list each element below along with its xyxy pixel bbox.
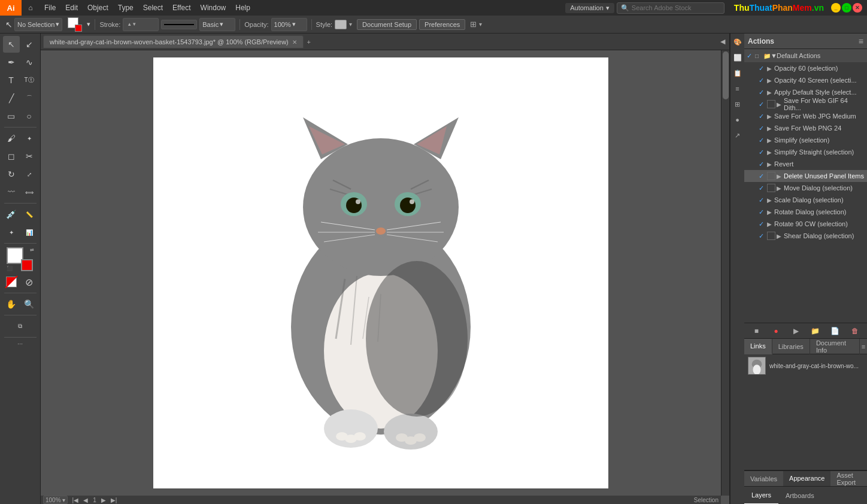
document-setup-button[interactable]: Document Setup <box>357 19 417 30</box>
action-item-1[interactable]: ✓ ▶ Opacity 40 Screen (selecti... <box>744 74 867 86</box>
menu-edit[interactable]: Edit <box>60 0 83 16</box>
menu-type[interactable]: Type <box>113 0 138 16</box>
panel-collapse-button[interactable]: ◀ <box>719 34 727 50</box>
automation-button[interactable]: Automation ▾ <box>565 3 614 13</box>
panel-icon-layers[interactable]: 📋 <box>732 67 744 79</box>
swap-colors[interactable]: ⇄ <box>30 247 34 253</box>
panel-icon-properties[interactable]: ⊞ <box>732 98 744 110</box>
stop-button[interactable]: ■ <box>750 325 762 337</box>
close-button[interactable]: ✕ <box>853 3 862 13</box>
action-item-7[interactable]: ✓ ▶ Simplify Straight (selection) <box>744 146 867 158</box>
rect-tool[interactable]: ▭ <box>3 108 20 125</box>
rotate-tool[interactable]: ↻ <box>3 166 20 183</box>
blend-tool[interactable]: ✦ <box>3 224 20 241</box>
action-item-6[interactable]: ✓ ▶ Simplify (selection) <box>744 134 867 146</box>
action-item-9[interactable]: ✓ ▶ Delete Unused Panel Items <box>744 170 867 182</box>
more-tools[interactable]: ··· <box>0 340 40 347</box>
actions-panel-menu[interactable]: ≡ <box>859 37 863 46</box>
arc-tool[interactable]: ⌒ <box>21 90 38 107</box>
search-stock-input[interactable] <box>632 4 720 11</box>
style-arrow[interactable]: ▾ <box>349 21 352 28</box>
action-item-0[interactable]: ✓ ▶ Opacity 60 (selection) <box>744 62 867 74</box>
appearance-tab[interactable]: Appearance <box>783 471 830 487</box>
action-item-5[interactable]: ✓ ▶ Save For Web PNG 24 <box>744 122 867 134</box>
preferences-button[interactable]: Preferences <box>419 19 465 30</box>
touch-type-tool[interactable]: Tⓣ <box>21 72 38 89</box>
minimize-button[interactable]: _ <box>831 3 841 13</box>
nav-next[interactable]: ▶ <box>101 497 106 503</box>
selection-dropdown[interactable]: No Selection ▾ <box>14 18 62 31</box>
artboard-tool[interactable]: ⧉ <box>12 318 29 335</box>
view-icon-1[interactable]: ⊞ <box>470 20 477 29</box>
document-tab[interactable]: white-and-gray-cat-in-brown-woven-basket… <box>43 35 304 48</box>
direct-select-tool[interactable]: ↙ <box>21 36 38 53</box>
panel-icon-align[interactable]: ≡ <box>732 83 744 95</box>
type-tool[interactable]: T <box>3 72 20 89</box>
menu-window[interactable]: Window <box>196 0 231 16</box>
action-item-12[interactable]: ✓ ▶ Rotate Dialog (selection) <box>744 206 867 218</box>
menu-effect[interactable]: Effect <box>168 0 195 16</box>
action-item-14[interactable]: ✓ ▶ Shear Dialog (selection) <box>744 230 867 242</box>
links-panel-menu[interactable]: ≡ <box>860 343 867 350</box>
menu-help[interactable]: Help <box>231 0 255 16</box>
action-item-13[interactable]: ✓ ▶ Rotate 90 CW (selection) <box>744 218 867 230</box>
art-canvas[interactable] <box>153 57 608 488</box>
blob-brush-tool[interactable]: ✦ <box>21 130 38 147</box>
new-action-set-button[interactable]: 📁 <box>810 325 821 337</box>
vertical-scroll-thumb[interactable] <box>723 51 729 99</box>
action-item-3[interactable]: ✓ ▶ Save For Web GIF 64 Dith... <box>744 98 867 110</box>
action-item-8[interactable]: ✓ ▶ Revert <box>744 158 867 170</box>
warp-tool[interactable]: 〰 <box>3 184 20 201</box>
panel-icon-circle[interactable]: ● <box>732 114 744 126</box>
stroke-profile-dropdown[interactable]: Basic ▾ <box>199 18 235 31</box>
tab-close-button[interactable]: ✕ <box>292 39 297 45</box>
menu-file[interactable]: File <box>40 0 60 16</box>
libraries-tab[interactable]: Libraries <box>772 339 810 354</box>
curvature-tool[interactable]: ∿ <box>21 54 38 71</box>
scale-tool[interactable]: ⤢ <box>21 166 38 183</box>
link-item-0[interactable]: white-and-gray-cat-in-brown-wo... <box>744 354 867 377</box>
links-tab[interactable]: Links <box>744 339 772 354</box>
none-fill[interactable]: ⊘ <box>21 274 38 290</box>
actions-list[interactable]: ✓ □ 📁 ▼ Default Actions ✓ ▶ Opacity 60 (… <box>744 49 867 323</box>
stroke-dropdown-btn[interactable]: ▾ <box>87 20 90 28</box>
pen-tool[interactable]: ✒ <box>3 54 20 71</box>
panel-icon-artboard[interactable]: ⬜ <box>732 51 744 63</box>
ellipse-tool[interactable]: ○ <box>21 108 38 125</box>
nav-next-next[interactable]: ▶| <box>111 497 117 503</box>
asset-export-tab[interactable]: Asset Export <box>830 471 867 487</box>
panel-icon-export[interactable]: ↗ <box>732 129 744 141</box>
eyedropper-tool[interactable]: 💉 <box>3 206 20 223</box>
column-graph-tool[interactable]: 📊 <box>21 224 38 241</box>
nav-prev[interactable]: ◀ <box>83 497 88 503</box>
search-stock[interactable]: 🔍 <box>617 2 724 14</box>
menu-select[interactable]: Select <box>138 0 168 16</box>
action-item-11[interactable]: ✓ ▶ Scale Dialog (selection) <box>744 194 867 206</box>
eraser-tool[interactable]: ◻ <box>3 148 20 165</box>
stroke-weight-dropdown[interactable]: ▲▼ <box>123 18 159 31</box>
layers-tab[interactable]: Layers <box>744 487 778 505</box>
default-actions-header[interactable]: ✓ □ 📁 ▼ Default Actions <box>744 49 867 62</box>
hand-tool[interactable]: ✋ <box>3 296 20 312</box>
scissors-tool[interactable]: ✂ <box>21 148 38 165</box>
view-arrow[interactable]: ▾ <box>479 21 482 28</box>
variables-tab[interactable]: Variables <box>744 471 783 487</box>
menu-object[interactable]: Object <box>83 0 113 16</box>
width-tool[interactable]: ⟺ <box>21 184 38 201</box>
maximize-button[interactable]: □ <box>842 3 851 13</box>
new-action-button[interactable]: 📄 <box>829 325 841 337</box>
artboards-tab[interactable]: Artboards <box>778 487 821 505</box>
play-button[interactable]: ▶ <box>790 325 802 337</box>
new-tab-button[interactable]: + <box>305 34 313 50</box>
color-mode[interactable] <box>3 274 20 290</box>
selection-tool[interactable]: ↖ <box>3 36 20 53</box>
opacity-dropdown[interactable]: 100% ▾ <box>271 18 307 31</box>
panel-icon-color[interactable]: 🎨 <box>732 36 744 48</box>
vertical-scrollbar[interactable] <box>721 50 729 496</box>
delete-action-button[interactable]: 🗑 <box>849 325 861 337</box>
paintbrush-tool[interactable]: 🖌 <box>3 130 20 147</box>
line-tool[interactable]: ╱ <box>3 90 20 107</box>
action-item-10[interactable]: ✓ ▶ Move Dialog (selection) <box>744 182 867 194</box>
reset-colors[interactable]: ⬛ <box>7 266 13 271</box>
zoom-dropdown[interactable]: 100% ▾ <box>43 496 68 504</box>
